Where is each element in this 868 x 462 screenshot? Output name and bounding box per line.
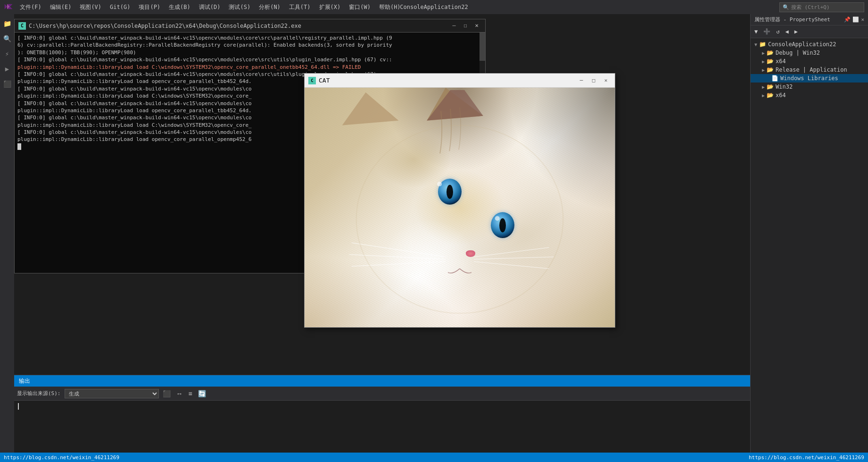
tree-icon-6: 📂 — [767, 92, 774, 99]
menu-build[interactable]: 生成(B) — [165, 1, 194, 13]
tree-icon-3: 📂 — [767, 66, 774, 73]
panel-nav-right-icon[interactable]: ▶ — [793, 27, 800, 36]
tree-label-5: Win32 — [776, 83, 793, 90]
tree-item-x64-debug[interactable]: ▶ 📂 x64 — [751, 57, 868, 66]
menu-project[interactable]: 项目(P) — [135, 1, 164, 13]
output-find-button[interactable]: 🔄 — [196, 389, 208, 398]
properties-tree: ▼ 📁 ConsoleApplication22 ▶ 📂 Debug | Win… — [751, 38, 868, 101]
activity-git[interactable]: ⚡ — [1, 48, 13, 59]
activity-explorer[interactable]: 📁 — [1, 18, 13, 29]
tree-icon-5: 📂 — [767, 83, 774, 90]
right-panel-header: 属性管理器 - PropertySheet 📌 ⬜ ✕ — [751, 14, 868, 25]
panel-refresh-icon[interactable]: ↺ — [774, 27, 781, 36]
tree-item-win32[interactable]: ▶ 📂 Win32 — [751, 82, 868, 91]
tree-item-windows-libraries[interactable]: 📄 Windows Libraries — [751, 74, 868, 82]
search-box[interactable]: 🔍 搜索 (Ctrl+Q) — [779, 2, 864, 12]
console-window-controls: ─ □ ✕ — [449, 22, 481, 30]
menu-view[interactable]: 视图(V) — [76, 1, 105, 13]
menu-window[interactable]: 窗口(W) — [345, 1, 374, 13]
cat-close-button[interactable]: ✕ — [601, 75, 611, 86]
panel-nav-left-icon[interactable]: ◀ — [783, 27, 790, 36]
cat-window: C CAT ─ □ ✕ — [304, 73, 615, 328]
cat-dark-patch-bottom — [305, 256, 460, 327]
output-wrap-button[interactable]: ↔ — [174, 389, 185, 398]
menu-tools[interactable]: 工具(T) — [285, 1, 314, 13]
right-panel-toolbar: ▼ ➕ ↺ ◀ ▶ — [751, 25, 868, 38]
console-line-5: plugin::impl::DynamicLib::libraryLoad lo… — [17, 64, 482, 71]
vs-status-bar: https://blog.csdn.net/weixin_46211269 — [0, 453, 750, 462]
right-panel-close-icon[interactable]: ✕ — [861, 16, 864, 23]
cat-eye-right — [491, 212, 514, 238]
console-scrollbar-thumb[interactable] — [479, 33, 485, 61]
menu-file[interactable]: 文件(F) — [16, 1, 45, 13]
tree-arrow-2: ▶ — [762, 59, 765, 64]
tree-arrow-3: ▶ — [762, 67, 765, 73]
console-maximize-button[interactable]: □ — [461, 22, 470, 30]
right-panel-pin-icon[interactable]: 📌 — [844, 16, 851, 23]
menu-extension[interactable]: 扩展(X) — [315, 1, 345, 13]
window-title: ConsoleApplication22 — [400, 4, 468, 10]
output-clear-button[interactable]: ⬛ — [161, 389, 173, 398]
tree-icon-0: 📁 — [759, 41, 766, 48]
right-panel: 属性管理器 - PropertySheet 📌 ⬜ ✕ ▼ ➕ ↺ ◀ ▶ ▼ … — [750, 14, 868, 462]
activity-extensions[interactable]: ⬛ — [1, 78, 13, 90]
activity-bar: 📁 🔍 ⚡ ▶ ⬛ — [0, 14, 14, 462]
panel-add-icon[interactable]: ➕ — [761, 27, 772, 36]
output-header: 输出 — [14, 375, 750, 387]
tree-icon-1: 📂 — [767, 50, 774, 56]
console-cursor — [17, 143, 21, 150]
output-toolbar: 显示输出来源(S): 生成 ⬛ ↔ ≡ 🔄 — [14, 387, 750, 401]
cat-window-controls: ─ □ ✕ — [576, 75, 611, 86]
menu-git[interactable]: Git(G) — [106, 2, 134, 12]
cat-whisker-r1 — [474, 248, 549, 257]
menu-debug[interactable]: 调试(D) — [195, 1, 224, 13]
activity-debug[interactable]: ▶ — [1, 63, 13, 74]
right-panel-header-controls: 📌 ⬜ ✕ — [844, 16, 864, 23]
menu-bar: 文件(F) 编辑(E) 视图(V) Git(G) 项目(P) 生成(B) 调试(… — [0, 0, 868, 14]
console-line-1: [ INFO:0] global c:\build\master_winpack… — [17, 34, 482, 41]
tree-icon-4: 📄 — [771, 75, 778, 82]
tree-label-4: Windows Libraries — [780, 75, 838, 82]
cat-whisker-r2 — [474, 257, 554, 259]
console-title: C:\Users\hp\source\repos\ConsoleApplicat… — [29, 23, 449, 29]
cat-minimize-button[interactable]: ─ — [576, 75, 587, 86]
cat-titlebar: C CAT ─ □ ✕ — [305, 74, 615, 88]
console-line-4: [ INFO:0] global c:\build\master_winpack… — [17, 56, 482, 63]
menu-analyze[interactable]: 分析(N) — [255, 1, 284, 13]
menu-test[interactable]: 测试(S) — [225, 1, 254, 13]
tree-item-app[interactable]: ▼ 📁 ConsoleApplication22 — [751, 40, 868, 49]
tree-item-x64[interactable]: ▶ 📂 x64 — [751, 91, 868, 99]
menu-edit[interactable]: 编辑(E) — [46, 1, 75, 13]
status-bar: https://blog.csdn.net/weixin_46211269 — [750, 453, 868, 462]
tree-item-debug-win32[interactable]: ▶ 📂 Debug | Win32 — [751, 49, 868, 57]
output-scroll-button[interactable]: ≡ — [187, 389, 194, 398]
vs-status-text: https://blog.csdn.net/weixin_46211269 — [4, 454, 119, 461]
tree-arrow-1: ▶ — [762, 50, 765, 56]
tree-label-6: x64 — [776, 92, 786, 99]
cat-eye-left — [438, 179, 462, 205]
console-close-button[interactable]: ✕ — [472, 22, 481, 30]
search-placeholder: 搜索 (Ctrl+Q) — [791, 4, 830, 11]
cat-dark-patch-top — [382, 88, 537, 172]
tree-label-3: Release | Application — [776, 66, 847, 73]
console-minimize-button[interactable]: ─ — [449, 22, 459, 30]
cat-whisker-r3 — [474, 262, 549, 269]
output-source-select[interactable]: 生成 — [65, 389, 159, 398]
activity-search[interactable]: 🔍 — [1, 33, 13, 44]
cat-maximize-button[interactable]: □ — [588, 75, 599, 86]
tree-item-release[interactable]: ▶ 📂 Release | Application — [751, 66, 868, 74]
console-line-3: ): ONETBB(1000); TBB(990); OPENMP(980) — [17, 49, 482, 56]
output-title: 输出 — [19, 377, 30, 385]
cat-image-area — [305, 88, 615, 327]
tree-arrow-0: ▼ — [754, 42, 757, 47]
tree-arrow-5: ▶ — [762, 84, 765, 90]
tree-icon-2: 📂 — [767, 58, 774, 65]
vs-logo — [4, 2, 13, 12]
panel-dropdown-icon[interactable]: ▼ — [752, 27, 760, 36]
tree-label-0: ConsoleApplication22 — [768, 41, 836, 48]
right-panel-expand-icon[interactable]: ⬜ — [852, 16, 859, 23]
search-icon: 🔍 — [783, 4, 789, 10]
output-cursor — [18, 403, 19, 410]
console-app-icon: C — [18, 22, 26, 30]
console-titlebar: C C:\Users\hp\source\repos\ConsoleApplic… — [15, 19, 485, 33]
